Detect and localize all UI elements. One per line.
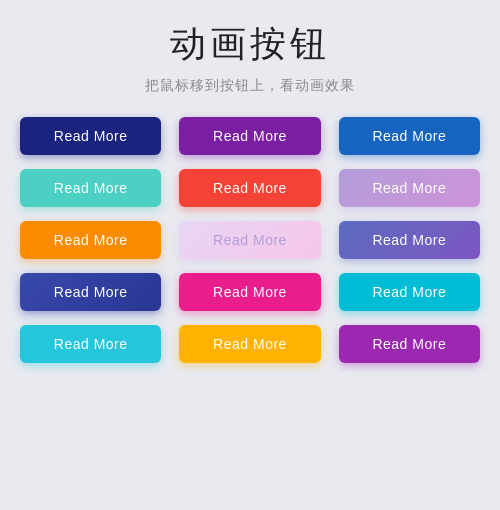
read-more-button-btn-6[interactable]: Read More: [339, 169, 480, 207]
read-more-button-btn-2[interactable]: Read More: [179, 117, 320, 155]
page-title: 动画按钮: [170, 20, 330, 69]
page-subtitle: 把鼠标移到按钮上，看动画效果: [145, 77, 355, 95]
read-more-button-btn-5[interactable]: Read More: [179, 169, 320, 207]
read-more-button-btn-3[interactable]: Read More: [339, 117, 480, 155]
read-more-button-btn-10[interactable]: Read More: [20, 273, 161, 311]
read-more-button-btn-9[interactable]: Read More: [339, 221, 480, 259]
read-more-button-btn-8[interactable]: Read More: [179, 221, 320, 259]
read-more-button-btn-12[interactable]: Read More: [339, 273, 480, 311]
read-more-button-btn-11[interactable]: Read More: [179, 273, 320, 311]
buttons-grid: Read MoreRead MoreRead MoreRead MoreRead…: [20, 117, 480, 363]
read-more-button-btn-14[interactable]: Read More: [179, 325, 320, 363]
read-more-button-btn-15[interactable]: Read More: [339, 325, 480, 363]
read-more-button-btn-4[interactable]: Read More: [20, 169, 161, 207]
read-more-button-btn-1[interactable]: Read More: [20, 117, 161, 155]
read-more-button-btn-7[interactable]: Read More: [20, 221, 161, 259]
read-more-button-btn-13[interactable]: Read More: [20, 325, 161, 363]
